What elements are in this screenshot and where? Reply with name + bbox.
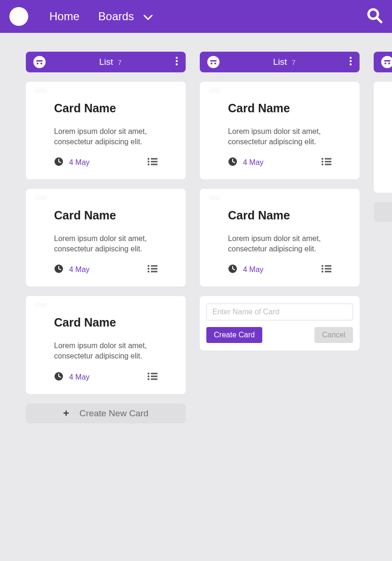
card-date: 4 May — [69, 265, 147, 274]
svg-point-36 — [321, 158, 323, 160]
svg-rect-41 — [325, 164, 331, 165]
svg-rect-46 — [325, 268, 331, 270]
card-label-chip — [209, 88, 220, 93]
clock-icon — [228, 157, 237, 168]
clock-icon — [54, 264, 63, 275]
clock-icon — [228, 264, 237, 275]
card-date: 4 May — [243, 265, 321, 274]
create-card-button[interactable] — [374, 202, 392, 222]
card[interactable]: Card Name Lorem ipsum dolor sit amet, co… — [26, 82, 186, 179]
svg-point-31 — [214, 62, 216, 64]
checklist-button[interactable] — [321, 265, 331, 275]
card-title: Card Name — [228, 209, 331, 222]
dots-vertical-icon — [349, 59, 352, 67]
svg-rect-19 — [151, 268, 157, 270]
svg-point-38 — [321, 161, 323, 163]
create-card-label: Create New Card — [79, 408, 149, 419]
checklist-button[interactable] — [147, 157, 157, 168]
svg-point-5 — [176, 57, 178, 59]
svg-point-18 — [148, 268, 149, 270]
svg-point-23 — [148, 373, 149, 374]
svg-rect-39 — [325, 161, 331, 163]
card-date: 4 May — [69, 373, 147, 382]
clock-icon — [54, 157, 63, 168]
card-name-input[interactable] — [206, 304, 353, 320]
svg-point-11 — [148, 161, 149, 163]
list-menu-button[interactable] — [175, 56, 178, 68]
card-label-chip — [35, 88, 47, 93]
svg-point-25 — [148, 375, 149, 377]
list-avatar-icon[interactable] — [207, 56, 220, 68]
card-label-chip — [209, 195, 220, 200]
list-avatar-icon[interactable] — [381, 56, 392, 68]
svg-point-50 — [384, 62, 386, 64]
search-button[interactable] — [367, 8, 383, 25]
card-description: Lorem ipsum dolor sit amet, consectetur … — [228, 126, 331, 147]
chevron-down-icon — [143, 10, 153, 23]
svg-line-1 — [377, 18, 381, 22]
create-card-form: Create Card Cancel — [200, 296, 360, 351]
svg-point-43 — [321, 265, 323, 267]
card[interactable]: Card Name Lorem ipsum dolor sit amet, co… — [26, 189, 186, 287]
card[interactable] — [374, 82, 392, 193]
svg-rect-48 — [325, 271, 331, 273]
svg-point-32 — [350, 57, 352, 59]
list-menu-button[interactable] — [349, 56, 352, 68]
list-header: List 7 — [26, 52, 186, 72]
board: List 7 Card Name Lorem ipsum dolor sit a… — [0, 33, 392, 423]
card-date: 4 May — [69, 158, 147, 167]
create-card-submit-button[interactable]: Create Card — [206, 327, 262, 343]
card[interactable]: Card Name Lorem ipsum dolor sit amet, co… — [200, 189, 360, 287]
card-description: Lorem ipsum dolor sit amet, consectetur … — [54, 341, 157, 361]
card-label-chip — [35, 303, 47, 307]
card-description: Lorem ipsum dolor sit amet, consectetur … — [54, 234, 157, 254]
checklist-button[interactable] — [147, 372, 157, 382]
nav-boards[interactable]: Boards — [98, 10, 153, 23]
clock-icon — [54, 372, 63, 383]
svg-rect-21 — [151, 271, 157, 273]
card-date: 4 May — [243, 158, 321, 167]
cancel-button[interactable]: Cancel — [314, 327, 353, 343]
nav-home[interactable]: Home — [49, 10, 79, 23]
svg-point-3 — [37, 62, 39, 64]
card[interactable]: Card Name Lorem ipsum dolor sit amet, co… — [200, 82, 360, 179]
svg-point-51 — [388, 62, 390, 64]
topbar: Home Boards — [0, 0, 392, 33]
app-logo[interactable] — [9, 7, 28, 26]
svg-rect-49 — [384, 60, 391, 62]
svg-rect-26 — [151, 375, 157, 377]
nav-boards-label: Boards — [98, 10, 134, 23]
svg-point-30 — [211, 62, 212, 64]
checklist-button[interactable] — [321, 157, 331, 168]
svg-point-9 — [148, 158, 149, 160]
list-header: List 7 — [200, 52, 360, 72]
svg-rect-12 — [151, 161, 157, 163]
svg-rect-10 — [151, 158, 157, 160]
svg-rect-24 — [151, 373, 157, 374]
card-description: Lorem ipsum dolor sit amet, consectetur … — [228, 234, 331, 254]
list: List 7 Card Name Lorem ipsum dolor sit a… — [26, 52, 186, 423]
svg-point-34 — [350, 63, 352, 65]
svg-point-47 — [321, 271, 323, 273]
card[interactable]: Card Name Lorem ipsum dolor sit amet, co… — [26, 296, 186, 394]
svg-point-40 — [321, 164, 323, 165]
list: List 7 Card Name Lorem ipsum dolor sit a… — [200, 52, 360, 423]
svg-point-13 — [148, 164, 149, 165]
svg-rect-37 — [325, 158, 331, 160]
create-card-button[interactable]: + Create New Card — [26, 404, 186, 423]
nav-home-label: Home — [49, 10, 79, 23]
checklist-button[interactable] — [147, 265, 157, 275]
svg-rect-44 — [325, 265, 331, 267]
search-icon — [367, 17, 383, 25]
svg-rect-2 — [36, 60, 43, 62]
svg-rect-28 — [151, 378, 157, 380]
list — [374, 52, 392, 423]
svg-point-4 — [40, 62, 42, 64]
svg-point-45 — [321, 268, 323, 270]
list-count: 7 — [292, 58, 296, 66]
list-avatar-icon[interactable] — [33, 56, 46, 68]
svg-point-7 — [176, 63, 178, 65]
svg-point-16 — [148, 265, 149, 267]
svg-rect-17 — [151, 265, 157, 267]
card-title: Card Name — [228, 101, 331, 115]
